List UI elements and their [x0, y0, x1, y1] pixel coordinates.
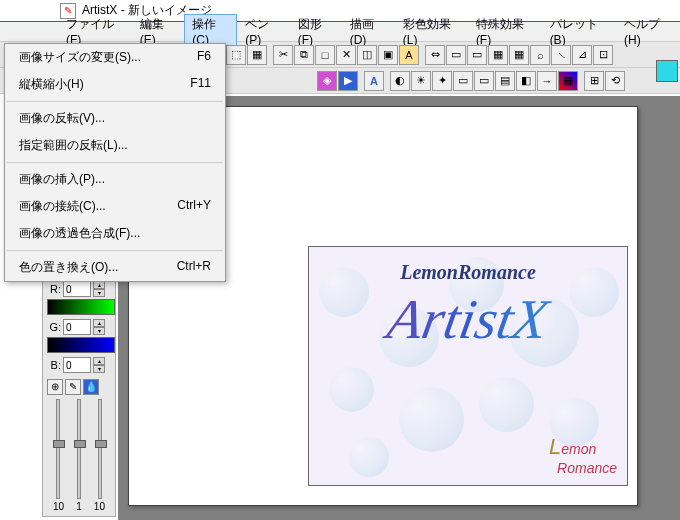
tool-flip-icon[interactable]: ⇔: [425, 45, 445, 65]
fx-r1-icon[interactable]: ▭: [453, 71, 473, 91]
dd-sep: [7, 101, 223, 102]
fx-text-icon[interactable]: A: [364, 71, 384, 91]
tool-tri-icon[interactable]: ⊿: [572, 45, 592, 65]
tool-cut-icon[interactable]: ✂: [273, 45, 293, 65]
g-down[interactable]: ▾: [93, 327, 105, 335]
dd-alpha-composite[interactable]: 画像の透過色合成(F)...: [5, 220, 225, 247]
b-gradient[interactable]: [47, 337, 115, 353]
b-input[interactable]: [63, 357, 91, 373]
tool-g2-icon[interactable]: ▦: [509, 45, 529, 65]
fx-play-icon[interactable]: ▶: [338, 71, 358, 91]
tool-frame2-icon[interactable]: ▣: [378, 45, 398, 65]
tool-copy-icon[interactable]: ⧉: [294, 45, 314, 65]
tool-r1-icon[interactable]: ▭: [446, 45, 466, 65]
g-label: G:: [47, 321, 61, 333]
fx-bright-icon[interactable]: ☀: [411, 71, 431, 91]
fx-contrast-icon[interactable]: ◐: [390, 71, 410, 91]
b-down[interactable]: ▾: [93, 365, 105, 373]
vsl-label-1: 10: [53, 501, 64, 512]
splash-subtitle: LemonRomance: [309, 261, 627, 284]
r-up[interactable]: ▴: [93, 281, 105, 289]
tool-sq-icon[interactable]: ⊡: [593, 45, 613, 65]
fx-sparkle-icon[interactable]: ✦: [432, 71, 452, 91]
splash-logo: ArtistX: [308, 287, 628, 351]
r-input[interactable]: [63, 281, 91, 297]
dd-replace-color[interactable]: 色の置き換え(O)...Ctrl+R: [5, 254, 225, 281]
tool-delete-icon[interactable]: ✕: [336, 45, 356, 65]
fx-stripe-icon[interactable]: ▤: [495, 71, 515, 91]
fx-grid-icon[interactable]: ▦: [558, 71, 578, 91]
vsl-label-3: 10: [94, 501, 105, 512]
r-down[interactable]: ▾: [93, 289, 105, 297]
b-label: B:: [47, 359, 61, 371]
g-up[interactable]: ▴: [93, 319, 105, 327]
g-input[interactable]: [63, 319, 91, 335]
tool-r2-icon[interactable]: ▭: [467, 45, 487, 65]
fx-undo-icon[interactable]: ⟲: [605, 71, 625, 91]
color-panel: R:▴▾ G:▴▾ B:▴▾ ⊕ ✎ 💧 10 1 10: [42, 256, 116, 517]
color-swatch[interactable]: [656, 60, 678, 82]
drop-icon[interactable]: 💧: [83, 379, 99, 395]
tool-select-icon[interactable]: ⬚: [226, 45, 246, 65]
splash-window: LemonRomance ArtistX Lemon Romance: [308, 246, 628, 486]
vsl-label-2: 1: [76, 501, 82, 512]
target-icon[interactable]: ⊕: [47, 379, 63, 395]
tool-g1-icon[interactable]: ▦: [488, 45, 508, 65]
dd-flip-range[interactable]: 指定範囲の反転(L)...: [5, 132, 225, 159]
tool-text-icon[interactable]: A: [399, 45, 419, 65]
fx-half-icon[interactable]: ◧: [516, 71, 536, 91]
fx-arrow-icon[interactable]: →: [537, 71, 557, 91]
tool-zoom-icon[interactable]: ⌕: [530, 45, 550, 65]
dd-sep: [7, 162, 223, 163]
splash-brand: Lemon Romance: [549, 434, 617, 477]
dd-resize[interactable]: 画像サイズの変更(S)...F6: [5, 44, 225, 71]
b-up[interactable]: ▴: [93, 357, 105, 365]
brush-icon[interactable]: ✎: [65, 379, 81, 395]
menu-help[interactable]: ヘルプ(H): [616, 14, 680, 49]
dd-flip-image[interactable]: 画像の反転(V)...: [5, 105, 225, 132]
dd-sep: [7, 250, 223, 251]
vslider-1[interactable]: [56, 399, 60, 499]
menubar: ファイル(F) 編集(E) 操作(C) ペン(P) 図形(F) 描画(D) 彩色…: [0, 22, 680, 42]
fx-diamond-icon[interactable]: ◈: [317, 71, 337, 91]
fx-r2-icon[interactable]: ▭: [474, 71, 494, 91]
tool-paste-icon[interactable]: □: [315, 45, 335, 65]
vslider-2[interactable]: [77, 399, 81, 499]
dd-insert[interactable]: 画像の挿入(P)...: [5, 166, 225, 193]
tool-grid-icon[interactable]: ▦: [247, 45, 267, 65]
g-gradient[interactable]: [47, 299, 115, 315]
r-label: R:: [47, 283, 61, 295]
tool-frame1-icon[interactable]: ◫: [357, 45, 377, 65]
dd-shrink[interactable]: 縦横縮小(H)F11: [5, 71, 225, 98]
dd-connect[interactable]: 画像の接続(C)...Ctrl+Y: [5, 193, 225, 220]
vslider-3[interactable]: [98, 399, 102, 499]
fx-plus-icon[interactable]: ⊞: [584, 71, 604, 91]
tool-line-icon[interactable]: ⟍: [551, 45, 571, 65]
operate-dropdown: 画像サイズの変更(S)...F6 縦横縮小(H)F11 画像の反転(V)... …: [4, 43, 226, 282]
